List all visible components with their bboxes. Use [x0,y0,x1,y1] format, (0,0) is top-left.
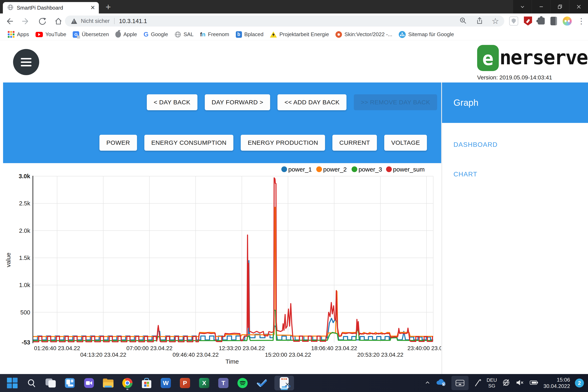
not-secure-warning-icon: ! [71,18,77,24]
legend-item-power_2[interactable]: power_2 [316,166,347,173]
new-tab-button[interactable]: + [103,3,113,12]
x-tick-label: 04:13:20 23.04.22 [80,352,126,358]
taskbar-clipchamp-icon[interactable] [82,376,96,390]
day-forward-button[interactable]: DAY FORWARD > [205,94,270,110]
line-chart: 3.0k2.5k2.0k1.5k1.0k500-5301:26:40 23.04… [3,163,441,369]
remove-day-back-button[interactable]: >> REMOVE DAY BACK [354,94,437,110]
extensions-puzzle-icon[interactable] [538,18,545,24]
bookmark-freenom[interactable]: fn Freenom [197,30,232,39]
window-menu-chevron-icon[interactable] [513,0,532,14]
bookmark-projektarbeit-energie[interactable]: Projektarbeit Energie [267,30,332,39]
omnibox-divider [114,18,114,24]
energy-production-button[interactable]: ENERGY PRODUCTION [241,135,325,151]
x-axis-title: Time [226,358,239,365]
taskbar-file-explorer-icon[interactable] [102,376,115,390]
window-restore-icon[interactable] [550,0,569,14]
sal-favicon-icon [174,31,181,38]
mcafee-extension-icon[interactable] [524,16,532,26]
taskbar-teams-icon[interactable]: T [217,376,230,390]
poop-emoji-extension-icon[interactable] [563,16,572,26]
taskbar-chrome-icon[interactable] [121,376,134,390]
x-tick-label: 23:40:00 23.04 [408,345,441,351]
add-day-back-button[interactable]: << ADD DAY BACK [278,94,346,110]
taskbar-task-view-icon[interactable] [44,376,57,390]
energy-consumption-button[interactable]: ENERGY CONSUMPTION [144,135,234,151]
current-button[interactable]: CURRENT [332,135,377,151]
battery-icon [529,378,538,388]
notification-badge[interactable]: 2 [575,378,584,388]
bookmark-sal[interactable]: SAL [171,30,197,39]
legend-item-power_3[interactable]: power_3 [352,166,382,173]
taskbar-clock[interactable]: 15:0630.04.2022 [544,377,570,389]
sidebar-title: Graph [454,98,478,108]
bookmarks-bar: Apps YouTubeG Übersetzen AppleG Google S… [0,28,588,40]
day-back-button[interactable]: < DAY BACK [147,94,198,110]
page-content: e nerserve Version: 2019.05.09-14:03:41 … [0,40,588,374]
version-text: Version: 2019.05.09-14:03:41 [477,74,588,81]
home-icon[interactable] [54,17,63,26]
volume-muted-icon[interactable] [515,378,524,388]
network-globe-offline-icon[interactable] [502,378,510,388]
y-tick-label: 3.0k [19,173,30,180]
svg-text:power_sum: power_sum [393,166,425,173]
browser-tab[interactable]: SmartPi Dashboard ✕ [3,2,99,14]
bersetzen-favicon-icon: G [73,31,79,38]
bookmark-sitemap-f-r-google[interactable]: Sitemap für Google [396,30,457,39]
y-tick-label: 500 [20,309,30,316]
browser-menu-kebab-icon[interactable]: ⋮ [578,16,585,26]
share-icon[interactable] [475,16,484,26]
taskbar-widgets-icon[interactable] [63,376,76,390]
window-close-icon[interactable] [569,0,588,14]
taskbar-excel-icon[interactable]: X [198,376,211,390]
legend-item-power_1[interactable]: power_1 [281,166,312,173]
tab-close-icon[interactable]: ✕ [90,5,95,10]
reload-icon[interactable] [38,17,47,26]
reader-extension-icon[interactable] [550,17,557,25]
taskbar: WPXT DEUSG 15:0630.04.2022 2 [0,374,588,392]
bookmark-bersetzen[interactable]: G Übersetzen [70,30,112,39]
sidebar-item-chart[interactable]: CHART [454,170,588,178]
address-bar[interactable]: ! Nicht sicher 10.3.141.1 ☆ [65,16,504,26]
bookmark-label: Apple [123,31,137,38]
projektarbeit-energie-favicon-icon [270,32,277,38]
pen-icon[interactable] [474,378,482,388]
menu-hamburger-button[interactable] [13,49,39,75]
taskbar-start-icon[interactable] [6,376,19,390]
taskbar-word-icon[interactable]: W [159,376,172,390]
taskbar-snipping-tool-icon[interactable] [274,376,294,390]
taskbar-powerpoint-icon[interactable]: P [178,376,192,390]
taskbar-spotify-icon[interactable] [236,376,249,390]
bookmark-label: Bplaced [244,31,264,38]
power-button[interactable]: POWER [100,135,137,151]
taskbar-to-do-icon[interactable] [255,376,268,390]
onedrive-icon[interactable] [436,378,446,388]
taskbar-microsoft-store-icon[interactable] [140,376,153,390]
tray-chevron-up-icon[interactable] [424,379,431,387]
bookmark-star-icon[interactable]: ☆ [492,16,499,26]
touch-keyboard-icon[interactable] [452,376,468,390]
url-text[interactable]: 10.3.141.1 [119,18,147,24]
enerserve-logo-icon: e [477,45,499,71]
bookmark-google[interactable]: G Google [140,30,171,39]
screen: SmartPi Dashboard ✕ + [0,0,588,392]
keyboard-layout-indicator[interactable]: DEUSG [486,377,497,389]
x-tick-label: 09:46:40 23.04.22 [172,352,219,358]
security-label[interactable]: Nicht sicher [81,18,110,24]
back-icon[interactable] [5,17,14,26]
bookmark-bplaced[interactable]: b Bplaced [232,30,267,39]
zoom-icon[interactable] [459,16,467,26]
bookmark-apple[interactable]: Apple [112,30,140,39]
x-tick-label: 07:00:00 23.04.22 [126,345,172,351]
bookmark-skin-vector-2022[interactable]: Skin:Vector/2022 -... [332,30,396,39]
sidebar-item-dashboard[interactable]: DASHBOARD [454,141,588,148]
bookmark-youtube[interactable]: YouTube [32,30,70,39]
taskbar-search-icon[interactable] [25,376,38,390]
window-minimize-icon[interactable] [532,0,550,14]
voltage-button[interactable]: VOLTAGE [384,135,427,151]
svg-text:power_2: power_2 [323,166,347,173]
legend-item-power_sum[interactable]: power_sum [386,166,425,173]
bookmark-apps[interactable]: Apps [4,30,32,39]
forward-icon[interactable] [21,17,30,26]
extension-shield-icon[interactable] [509,16,518,26]
bookmark-label: Skin:Vector/2022 -... [344,31,392,38]
